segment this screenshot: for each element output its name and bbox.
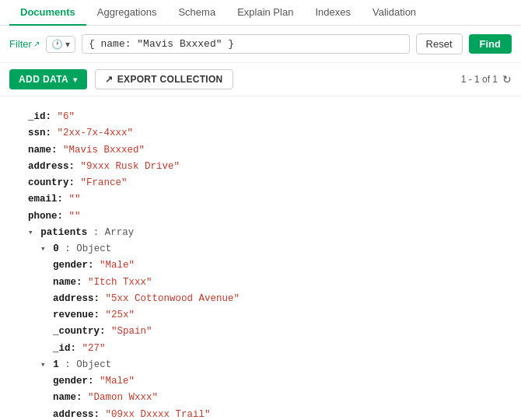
field-p0-name: name: "Itch Txxx" [16,275,505,291]
tab-documents[interactable]: Documents [9,0,86,26]
add-data-label: ADD DATA [19,74,68,85]
export-icon: ↗ [105,74,113,85]
field-p0-country-key: _country: [53,326,111,337]
field-country-key: country: [28,177,81,188]
clock-icon: 🕐 [51,39,63,50]
patients-1-collapse-icon[interactable]: ▾ [40,360,46,369]
field-p1-address: address: "09xx Dxxxx Trail" [16,407,505,421]
field-p0-name-key: name: [53,277,88,288]
field-p0-country-value: "Spain" [111,326,152,337]
field-email-key: email: [28,194,69,205]
field-patients-type: : Array [93,227,135,238]
document-view: _id: "6" ssn: "2xx-7x-4xxx" name: "Mavis… [0,96,521,420]
field-id: _id: "6" [16,109,505,125]
filter-label: Filter [9,38,32,50]
field-p0-name-value: "Itch Txxx" [88,277,152,288]
field-email: email: "" [16,191,505,208]
field-p0-gender-key: gender: [53,260,100,271]
field-p1-name-value: "Damon Wxxx" [88,392,158,403]
history-button[interactable]: 🕐 ▾ [46,36,75,53]
field-patients-1-key: 1 [53,359,59,370]
patients-0-collapse-icon[interactable]: ▾ [40,244,46,254]
add-data-button[interactable]: ADD DATA ▾ [9,69,87,89]
field-address-key: address: [28,161,81,172]
tab-explain-plan[interactable]: Explain Plan [226,0,304,26]
reset-button[interactable]: Reset [416,33,463,54]
pagination-info: 1 - 1 of 1 ↻ [461,73,512,86]
field-p0-gender-value: "Male" [100,260,135,271]
field-p1-name-key: name: [53,392,88,403]
toolbar: ADD DATA ▾ ↗ EXPORT COLLECTION 1 - 1 of … [0,63,521,96]
field-p1-name: name: "Damon Wxxx" [16,390,505,406]
field-phone: phone: "" [16,208,505,225]
field-address-value: "9xxx Rusk Drive" [81,161,180,172]
field-p0-gender: gender: "Male" [16,257,505,274]
field-p0-address-value: "5xx Cottonwood Avenue" [106,293,240,304]
field-phone-value: "" [69,211,81,222]
field-patients-0-key: 0 [53,243,59,254]
tab-bar: Documents Aggregations Schema Explain Pl… [0,0,521,26]
field-p0-revenue-key: revenue: [53,310,106,320]
field-name: name: "Mavis Bxxxed" [16,142,505,159]
field-patients-1-type: : Object [65,359,111,370]
field-patients: ▾ patients : Array [16,225,505,241]
field-patients-key: patients [40,227,87,238]
field-name-key: name: [28,145,63,156]
field-patients-0: ▾ 0 : Object [16,241,505,257]
field-p1-gender-key: gender: [53,376,100,387]
field-patients-0-type: : Object [65,243,111,254]
field-country: country: "France" [16,175,505,191]
field-p0-id: _id: "27" [16,341,505,357]
field-p1-address-value: "09xx Dxxxx Trail" [106,409,211,420]
field-ssn-value: "2xx-7x-4xxx" [58,128,134,138]
export-collection-button[interactable]: ↗ EXPORT COLLECTION [95,69,233,89]
external-link-icon: ↗ [33,40,40,48]
export-label: EXPORT COLLECTION [117,74,223,85]
filter-link[interactable]: Filter ↗ [9,38,40,50]
filter-bar: Filter ↗ 🕐 ▾ Reset Find [0,26,521,63]
field-p1-gender-value: "Male" [100,376,135,387]
tab-aggregations[interactable]: Aggregations [86,0,168,26]
field-email-value: "" [69,194,81,205]
find-button[interactable]: Find [469,34,512,54]
field-name-value: "Mavis Bxxxed" [63,145,145,156]
pagination-text: 1 - 1 of 1 [461,74,498,85]
field-id-key: _id: [28,111,58,122]
filter-query-input[interactable] [82,34,410,54]
field-phone-key: phone: [28,211,69,222]
tab-schema[interactable]: Schema [167,0,226,26]
field-p0-revenue-value: "25x" [106,310,135,320]
field-p1-address-key: address: [53,409,106,420]
field-p0-country: _country: "Spain" [16,324,505,340]
field-p0-id-key: _id: [53,343,82,354]
field-p0-id-value: "27" [82,343,106,354]
field-id-value: "6" [58,111,75,122]
patients-collapse-icon[interactable]: ▾ [28,228,33,237]
field-p0-revenue: revenue: "25x" [16,307,505,324]
tab-indexes[interactable]: Indexes [304,0,362,26]
add-data-caret-icon: ▾ [73,75,77,84]
field-p1-gender: gender: "Male" [16,373,505,390]
field-ssn-key: ssn: [28,128,58,138]
field-country-value: "France" [81,177,128,188]
field-address: address: "9xxx Rusk Drive" [16,159,505,175]
field-p0-address-key: address: [53,293,106,304]
tab-validation[interactable]: Validation [362,0,427,26]
field-patients-1: ▾ 1 : Object [16,357,505,373]
field-ssn: ssn: "2xx-7x-4xxx" [16,125,505,142]
field-p0-address: address: "5xx Cottonwood Avenue" [16,291,505,307]
refresh-button[interactable]: ↻ [502,73,512,86]
dropdown-caret-icon: ▾ [65,39,70,50]
